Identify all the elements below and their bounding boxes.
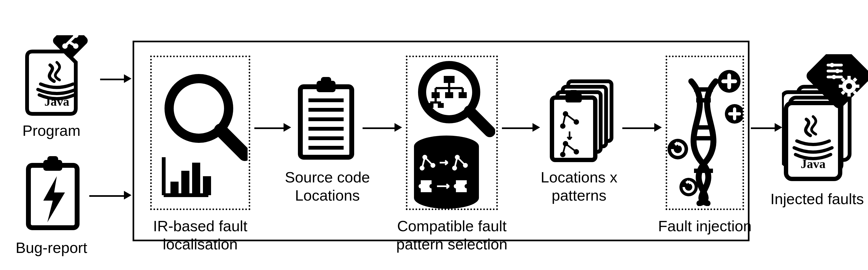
program-label: Program xyxy=(16,122,87,140)
arrow-program-head xyxy=(124,74,131,83)
svg-rect-35 xyxy=(432,92,440,98)
svg-rect-60 xyxy=(569,90,578,96)
fault-injection-icon xyxy=(667,62,743,206)
injected-faults-icon: Java xyxy=(782,54,868,184)
svg-rect-14 xyxy=(170,182,179,195)
arrow-3-head xyxy=(532,123,540,132)
svg-rect-96 xyxy=(847,93,851,97)
svg-rect-29 xyxy=(444,76,455,83)
svg-rect-40 xyxy=(428,103,433,108)
svg-point-88 xyxy=(830,63,834,67)
svg-point-4 xyxy=(62,44,68,49)
svg-rect-16 xyxy=(192,163,200,195)
svg-rect-97 xyxy=(839,85,843,88)
locations-patterns-icon xyxy=(544,76,620,165)
arrow-4 xyxy=(622,128,655,129)
svg-rect-36 xyxy=(445,92,453,98)
svg-point-90 xyxy=(835,69,840,73)
arrow-bugreport xyxy=(89,195,124,197)
svg-point-92 xyxy=(832,75,836,79)
arrow-bugreport-head xyxy=(124,191,131,199)
bugreport-icon xyxy=(22,155,84,236)
svg-rect-98 xyxy=(856,85,859,88)
svg-point-94 xyxy=(846,83,852,89)
fault-injection-label: Fault injection xyxy=(655,217,755,235)
source-locations-label: Source code Locations xyxy=(284,168,371,205)
arrow-1 xyxy=(254,128,284,129)
svg-rect-20 xyxy=(321,77,331,84)
svg-point-6 xyxy=(73,44,79,49)
svg-text:Java: Java xyxy=(801,157,826,171)
ir-local-label: IR-based fault localisation xyxy=(144,217,257,253)
arrow-program xyxy=(100,79,124,80)
pattern-selection-label: Compatible fault pattern selection xyxy=(392,217,512,253)
arrow-out xyxy=(751,128,775,129)
svg-line-28 xyxy=(469,111,490,132)
svg-rect-95 xyxy=(847,76,851,80)
arrow-3 xyxy=(502,128,533,129)
svg-point-80 xyxy=(679,178,698,196)
injected-faults-label: Injected faults xyxy=(766,190,868,208)
svg-point-79 xyxy=(668,139,688,159)
arrow-out-head xyxy=(775,123,782,132)
svg-line-11 xyxy=(220,130,245,155)
source-locations-icon xyxy=(295,76,357,163)
arrow-2 xyxy=(363,128,395,129)
svg-rect-17 xyxy=(203,176,211,195)
program-icon: Java xyxy=(22,35,92,122)
svg-rect-15 xyxy=(181,171,189,195)
svg-rect-37 xyxy=(459,92,467,98)
locations-patterns-label: Locations x patterns xyxy=(536,168,622,205)
search-chart-icon xyxy=(156,68,248,203)
svg-text:Java: Java xyxy=(44,94,69,108)
arrow-4-head xyxy=(654,123,662,132)
arrow-2-head xyxy=(395,123,402,132)
pattern-selection-icon xyxy=(409,57,495,209)
svg-rect-41 xyxy=(438,103,444,108)
arrow-1-head xyxy=(284,123,291,132)
bugreport-label: Bug-report xyxy=(11,239,92,257)
svg-rect-9 xyxy=(48,156,58,163)
